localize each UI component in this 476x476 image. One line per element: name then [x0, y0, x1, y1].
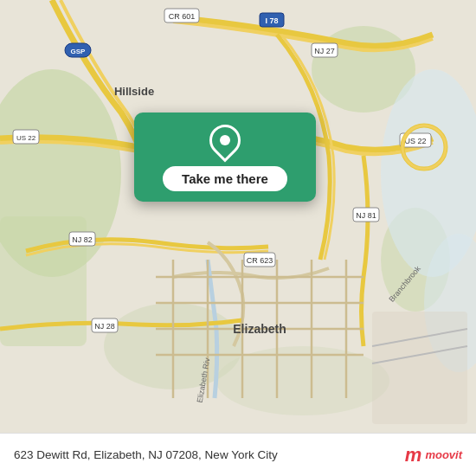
bottom-bar: 623 Dewitt Rd, Elizabeth, NJ 07208, New … [0, 433, 476, 476]
take-me-there-button[interactable]: Take me there [163, 166, 287, 191]
map-pin-dot [220, 135, 230, 145]
svg-text:NJ 81: NJ 81 [356, 211, 376, 220]
moovit-logo-icon: m [405, 446, 422, 465]
svg-text:I 78: I 78 [265, 16, 278, 25]
svg-text:NJ 28: NJ 28 [94, 322, 115, 331]
svg-text:NJ 27: NJ 27 [314, 47, 335, 55]
address-text: 623 Dewitt Rd, Elizabeth, NJ 07208, New … [14, 448, 405, 461]
popup-card: Take me there [134, 113, 316, 202]
svg-text:GSP: GSP [71, 48, 87, 55]
svg-text:Elizabeth: Elizabeth [233, 322, 286, 336]
moovit-logo-text: moovit [425, 448, 462, 461]
map-pin-icon [203, 119, 248, 163]
svg-text:US 22: US 22 [404, 137, 426, 145]
moovit-logo: m moovit [405, 446, 462, 465]
map-svg: CR 601 I 78 GSP US 22 US 22 US 22 NJ 27 … [0, 0, 476, 433]
map-pin-wrapper [209, 125, 241, 158]
map-container: CR 601 I 78 GSP US 22 US 22 US 22 NJ 27 … [0, 0, 476, 433]
svg-text:NJ 82: NJ 82 [72, 235, 93, 244]
svg-text:Hillside: Hillside [114, 85, 154, 98]
svg-text:CR 623: CR 623 [247, 256, 273, 265]
svg-rect-19 [372, 312, 467, 424]
svg-text:US 22: US 22 [16, 134, 36, 142]
svg-text:CR 601: CR 601 [169, 12, 196, 21]
